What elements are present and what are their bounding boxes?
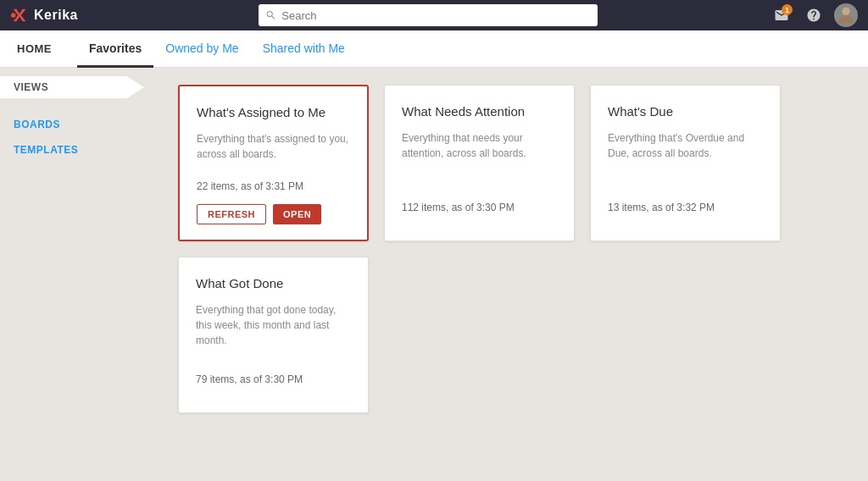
mail-badge: 1	[782, 4, 793, 15]
views-label: VIEWS	[0, 76, 144, 98]
home-link[interactable]: HOME	[17, 42, 52, 55]
card-meta: 22 items, as of 3:31 PM	[197, 180, 350, 192]
open-button[interactable]: OPEN	[273, 204, 321, 224]
card-title: What's Due	[608, 104, 763, 119]
refresh-button[interactable]: REFRESH	[197, 204, 266, 224]
card-meta: 79 items, as of 3:30 PM	[196, 373, 351, 385]
card-got-done[interactable]: What Got Done Everything that got done t…	[178, 257, 369, 413]
card-desc: Everything that needs your attention, ac…	[402, 130, 557, 191]
avatar-image	[834, 3, 858, 27]
mail-button[interactable]: 1	[770, 3, 793, 27]
card-assigned-to-me[interactable]: What's Assigned to Me Everything that's …	[178, 85, 369, 241]
help-button[interactable]	[802, 3, 826, 27]
top-nav: Kerika 1	[0, 0, 868, 30]
sidebar-views-section: VIEWS	[0, 76, 161, 98]
tab-owned-by-me[interactable]: Owned by Me	[153, 30, 250, 68]
search-icon	[265, 9, 276, 21]
card-title: What's Assigned to Me	[197, 105, 350, 119]
card-meta: 112 items, as of 3:30 PM	[402, 202, 557, 213]
sidebar-item-boards[interactable]: BOARDS	[0, 112, 161, 137]
search-input[interactable]	[281, 9, 591, 22]
card-desc: Everything that's Overdue and Due, acros…	[608, 130, 763, 191]
search-container	[259, 4, 598, 26]
card-title: What Needs Attention	[402, 104, 557, 119]
logo-area[interactable]: Kerika	[10, 6, 78, 25]
tab-shared-with-me[interactable]: Shared with Me	[251, 30, 357, 68]
card-title: What Got Done	[196, 276, 351, 290]
logo-icon	[10, 6, 29, 25]
second-nav: HOME Favorites Owned by Me Shared with M…	[0, 30, 868, 68]
nav-icons: 1	[770, 3, 858, 27]
content-area: What's Assigned to Me Everything that's …	[161, 68, 868, 481]
help-icon	[806, 8, 821, 23]
svg-point-1	[11, 13, 15, 18]
card-desc: Everything that got done today, this wee…	[196, 302, 351, 363]
card-desc: Everything that's assigned to you, acros…	[197, 131, 350, 170]
main-layout: VIEWS BOARDS TEMPLATES What's Assigned t…	[0, 68, 868, 481]
card-meta: 13 items, as of 3:32 PM	[608, 202, 763, 213]
sidebar-item-templates[interactable]: TEMPLATES	[0, 137, 161, 163]
card-whats-due[interactable]: What's Due Everything that's Overdue and…	[590, 85, 781, 241]
tab-favorites[interactable]: Favorites	[77, 30, 153, 68]
card-actions: REFRESH OPEN	[197, 204, 350, 224]
sidebar: VIEWS BOARDS TEMPLATES	[0, 68, 161, 481]
logo-text: Kerika	[34, 8, 78, 23]
user-avatar[interactable]	[834, 3, 858, 27]
card-needs-attention[interactable]: What Needs Attention Everything that nee…	[384, 85, 575, 241]
svg-point-2	[842, 8, 849, 15]
